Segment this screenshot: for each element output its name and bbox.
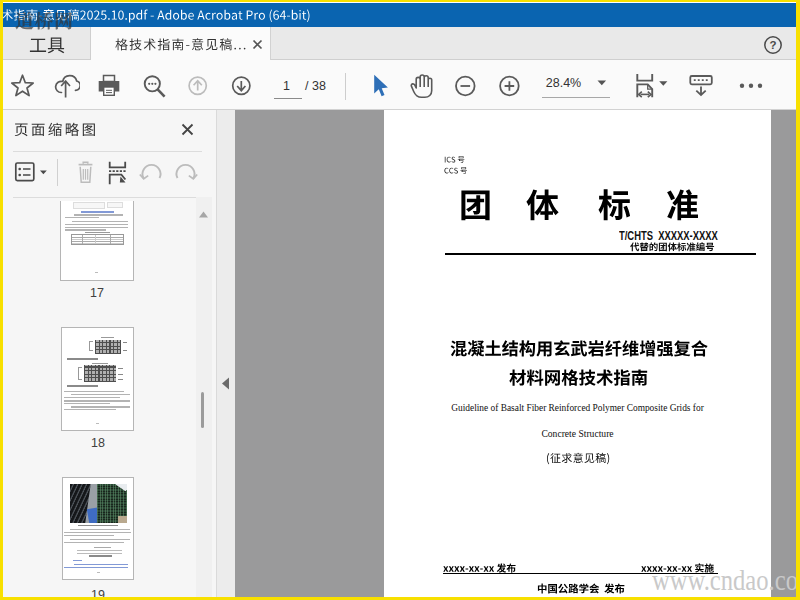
svg-text:?: ? bbox=[769, 39, 776, 51]
